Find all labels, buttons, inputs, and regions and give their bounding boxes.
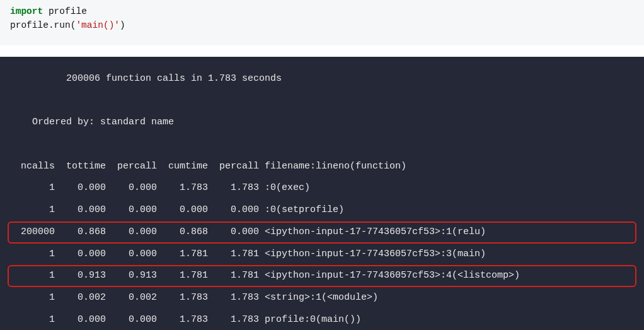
cell-percall: 0.000 xyxy=(106,245,157,264)
cell-tottime: 0.000 xyxy=(55,245,106,264)
cell-percall: 0.000 xyxy=(106,310,157,330)
cell-cumtime: 1.781 xyxy=(157,266,208,286)
code-cell: import profile profile.run('main()') xyxy=(0,0,644,45)
cell-ncalls: 1 xyxy=(15,201,55,220)
cell-tottime: 0.000 xyxy=(55,179,106,198)
cell-cumtime: 0.000 xyxy=(157,201,208,220)
cell-cumtime: 1.783 xyxy=(157,310,208,330)
call-expr: profile.run( xyxy=(10,20,76,30)
cell-ncalls: 1 xyxy=(15,310,55,330)
ordered-line: Ordered by: standard name xyxy=(8,112,636,134)
cell-fn: <ipython-input-17-77436057cf53>:3(main) xyxy=(259,245,486,264)
table-row: 2000000.8680.0000.8680.000<ipython-input… xyxy=(8,221,636,244)
cell-ncalls: 200000 xyxy=(15,223,55,242)
cell-percall: 0.000 xyxy=(208,223,259,242)
table-row: 10.0000.0001.7811.781<ipython-input-17-7… xyxy=(8,244,636,266)
cell-tottime: 0.913 xyxy=(55,266,106,286)
cell-ncalls: 1 xyxy=(15,266,55,286)
col-percall: percall xyxy=(208,157,259,177)
col-percall: percall xyxy=(106,157,157,177)
cell-ncalls: 1 xyxy=(15,288,55,308)
cell-fn: :0(setprofile) xyxy=(259,201,344,220)
call-close: ) xyxy=(120,20,125,30)
cell-ncalls: 1 xyxy=(15,245,55,264)
cell-tottime: 0.868 xyxy=(55,223,106,242)
cell-percall: 1.783 xyxy=(208,310,259,330)
header-row: ncallstottimepercallcumtimepercallfilena… xyxy=(8,156,636,178)
cell-percall: 1.781 xyxy=(208,266,259,286)
col-fn: filename:lineno(function) xyxy=(259,157,406,177)
cell-ncalls: 1 xyxy=(15,179,55,198)
string-arg: 'main()' xyxy=(76,20,120,30)
cell-percall: 0.000 xyxy=(106,223,157,242)
summary-line: 200006 function calls in 1.783 seconds xyxy=(8,68,636,90)
cell-fn: profile:0(main()) xyxy=(259,310,361,330)
cell-percall: 0.000 xyxy=(208,201,259,220)
cell-tottime: 0.000 xyxy=(55,310,106,330)
table-row: 10.9130.9131.7811.781<ipython-input-17-7… xyxy=(8,265,636,287)
cell-tottime: 0.000 xyxy=(55,201,106,220)
blank-line xyxy=(8,90,636,112)
cell-cumtime: 0.868 xyxy=(157,223,208,242)
table-row: 10.0000.0001.7831.783profile:0(main()) xyxy=(8,309,636,330)
cell-percall: 1.783 xyxy=(208,288,259,308)
cell-percall: 0.913 xyxy=(106,266,157,286)
table-row: 10.0000.0001.7831.783:0(exec) xyxy=(8,177,636,199)
cell-fn: <ipython-input-17-77436057cf53>:1(relu) xyxy=(259,223,486,242)
cell-percall: 0.002 xyxy=(106,288,157,308)
module-name: profile xyxy=(49,6,87,16)
cell-percall: 1.783 xyxy=(208,179,259,198)
table-row: 10.0000.0000.0000.000:0(setprofile) xyxy=(8,199,636,221)
cell-percall: 0.000 xyxy=(106,179,157,198)
cell-percall: 0.000 xyxy=(106,201,157,220)
keyword-import: import xyxy=(10,6,43,16)
cell-percall: 1.781 xyxy=(208,245,259,264)
col-ncalls: ncalls xyxy=(15,157,55,177)
table-row: 10.0020.0021.7831.783<string>:1(<module>… xyxy=(8,287,636,309)
blank-line xyxy=(8,134,636,156)
col-tottime: tottime xyxy=(55,157,106,177)
col-cumtime: cumtime xyxy=(157,157,208,177)
cell-fn: <string>:1(<module>) xyxy=(259,288,378,308)
cell-fn: :0(exec) xyxy=(259,179,310,198)
cell-cumtime: 1.783 xyxy=(157,288,208,308)
profile-output: 200006 function calls in 1.783 seconds O… xyxy=(0,57,644,331)
cell-fn: <ipython-input-17-77436057cf53>:4(<listc… xyxy=(259,266,520,286)
cell-cumtime: 1.783 xyxy=(157,179,208,198)
cell-cumtime: 1.781 xyxy=(157,245,208,264)
cell-tottime: 0.002 xyxy=(55,288,106,308)
